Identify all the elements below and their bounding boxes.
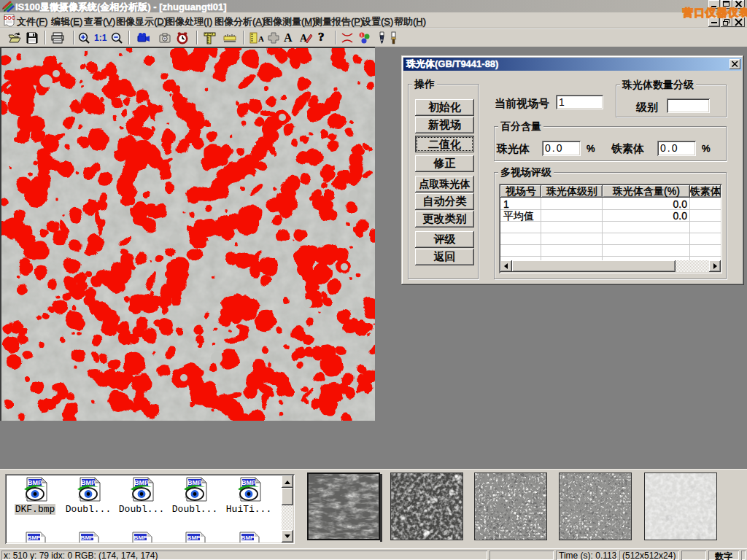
svg-text:BMP: BMP (28, 534, 41, 541)
svg-text:BMP: BMP (81, 534, 94, 541)
svg-text:A: A (258, 34, 264, 43)
svg-text:BMP: BMP (241, 534, 255, 541)
svg-text:BMP: BMP (134, 534, 147, 541)
svg-text:DOC: DOC (4, 15, 15, 20)
svg-text:BMP: BMP (187, 534, 201, 541)
